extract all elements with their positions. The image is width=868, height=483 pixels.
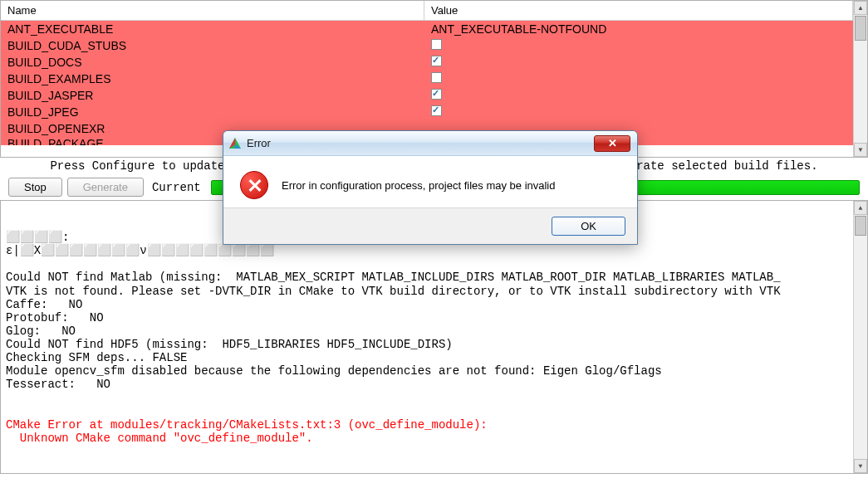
cell-value[interactable] bbox=[424, 72, 853, 85]
error-dialog: Error ✕ Error in configuration process, … bbox=[223, 130, 638, 245]
cell-value[interactable] bbox=[424, 56, 853, 69]
ok-button[interactable]: OK bbox=[552, 217, 625, 236]
cell-value[interactable]: ANT_EXECUTABLE-NOTFOUND bbox=[424, 22, 853, 36]
table-row[interactable]: BUILD_DOCS bbox=[1, 54, 853, 71]
scroll-up-arrow[interactable]: ▲ bbox=[854, 1, 867, 15]
cell-name: BUILD_CUDA_STUBS bbox=[1, 39, 424, 52]
checkbox[interactable] bbox=[431, 56, 442, 66]
checkbox[interactable] bbox=[431, 72, 442, 83]
close-button[interactable]: ✕ bbox=[594, 135, 630, 152]
scroll-down-arrow[interactable]: ▼ bbox=[854, 143, 867, 157]
table-row[interactable]: BUILD_CUDA_STUBS bbox=[1, 37, 853, 54]
column-value-header[interactable]: Value bbox=[424, 1, 853, 20]
scroll-thumb[interactable] bbox=[855, 216, 866, 236]
table-row[interactable]: BUILD_JPEG bbox=[1, 104, 853, 120]
table-row[interactable]: ANT_EXECUTABLEANT_EXECUTABLE-NOTFOUND bbox=[1, 21, 853, 37]
scroll-up-arrow[interactable]: ▲ bbox=[854, 201, 867, 215]
scroll-thumb[interactable] bbox=[855, 16, 866, 41]
checkbox[interactable] bbox=[431, 39, 442, 50]
cell-value[interactable] bbox=[424, 89, 853, 102]
cell-name: BUILD_JPEG bbox=[1, 105, 424, 119]
cell-value[interactable] bbox=[424, 105, 853, 119]
cell-name: BUILD_JASPER bbox=[1, 89, 424, 102]
table-row[interactable]: BUILD_JASPER bbox=[1, 87, 853, 104]
dialog-titlebar[interactable]: Error ✕ bbox=[223, 131, 637, 156]
generate-button[interactable]: Generate bbox=[67, 178, 144, 197]
column-name-header[interactable]: Name bbox=[1, 1, 424, 20]
error-icon bbox=[240, 171, 268, 199]
checkbox[interactable] bbox=[431, 105, 442, 116]
scroll-down-arrow[interactable]: ▼ bbox=[854, 459, 867, 473]
cell-value[interactable] bbox=[424, 39, 853, 52]
close-icon: ✕ bbox=[608, 137, 617, 149]
table-scrollbar[interactable]: ▲ ▼ bbox=[853, 1, 867, 157]
table-header: Name Value bbox=[1, 1, 853, 21]
cell-name: ANT_EXECUTABLE bbox=[1, 22, 424, 36]
stop-button[interactable]: Stop bbox=[8, 178, 62, 197]
cell-name: BUILD_DOCS bbox=[1, 56, 424, 69]
current-generator-label: Current bbox=[152, 181, 201, 194]
cell-name: BUILD_EXAMPLES bbox=[1, 72, 424, 85]
log-scrollbar[interactable]: ▲ ▼ bbox=[853, 201, 867, 473]
dialog-title: Error bbox=[247, 137, 594, 149]
cmake-icon bbox=[228, 137, 242, 150]
table-row[interactable]: BUILD_EXAMPLES bbox=[1, 71, 853, 87]
dialog-message: Error in configuration process, project … bbox=[282, 179, 555, 192]
checkbox[interactable] bbox=[431, 89, 442, 100]
